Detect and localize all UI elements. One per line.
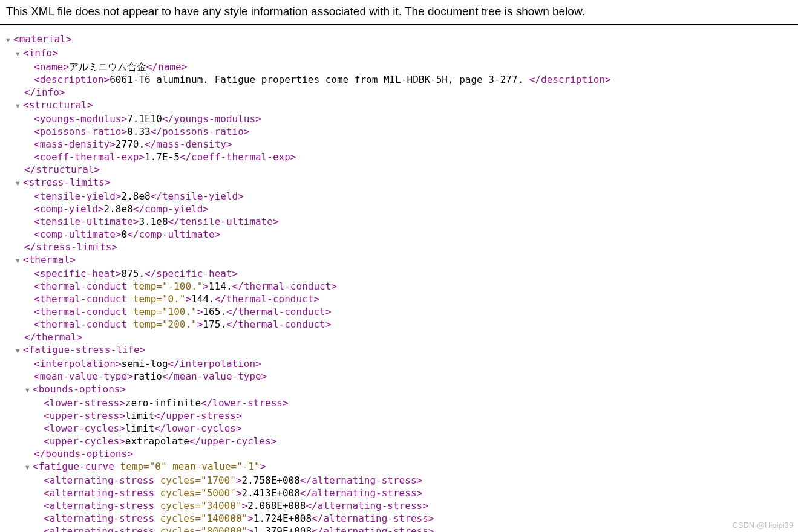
- collapse-arrow-icon[interactable]: ▼: [16, 177, 23, 190]
- xml-tag-open: <poissons-ratio>: [34, 126, 127, 137]
- xml-line: <tensile-yield>2.8e8</tensile-yield>: [25, 190, 792, 203]
- xml-line: <description>6061-T6 aluminum. Fatigue p…: [25, 73, 792, 86]
- xml-line: <interpolation>semi-log</interpolation>: [25, 357, 792, 370]
- collapse-arrow-icon[interactable]: ▼: [25, 384, 33, 397]
- collapse-arrow-icon[interactable]: ▼: [25, 461, 33, 474]
- xml-text: 165.: [203, 306, 226, 317]
- xml-text: 114.: [209, 281, 232, 292]
- xml-tag-open-end: >: [197, 306, 203, 317]
- xml-tag-open: <bounds-options>: [33, 383, 126, 395]
- xml-text: 144.: [191, 293, 215, 305]
- xml-tag-close: </lower-cycles>: [154, 423, 242, 434]
- xml-tag-open: <alternating-stress: [44, 500, 160, 511]
- xml-tag-open: <alternating-stress: [44, 487, 160, 499]
- xml-tag-open: <description>: [34, 74, 110, 85]
- xml-tag-open: <material>: [13, 33, 71, 45]
- xml-text: 2.758E+008: [242, 475, 300, 486]
- xml-line: </structural>: [16, 163, 792, 176]
- xml-line: <specific-heat>875.</specific-heat>: [25, 267, 792, 280]
- collapse-arrow-icon[interactable]: ▼: [16, 100, 23, 112]
- xml-tag-close: </alternating-stress>: [312, 513, 434, 524]
- xml-tree: ▼<material>▼<info><name>アルミニウム合金</name><…: [0, 25, 798, 532]
- collapse-arrow-icon[interactable]: ▼: [16, 48, 23, 60]
- xml-tag-open: </stress-limits>: [24, 241, 117, 253]
- xml-tag-open-end: >: [260, 461, 266, 472]
- xml-no-style-banner: This XML file does not appear to have an…: [0, 0, 798, 25]
- xml-line: <thermal-conduct temp="-100.">114.</ther…: [25, 280, 792, 293]
- xml-line: </info>: [16, 86, 792, 99]
- xml-tag-open: <mass-density>: [34, 138, 116, 150]
- xml-tag-open-end: >: [247, 513, 253, 524]
- xml-tag-open: <comp-yield>: [34, 203, 104, 215]
- xml-tag-open: <thermal>: [23, 254, 76, 265]
- xml-tag-open: </bounds-options>: [34, 448, 133, 459]
- xml-tag-open-end: >: [203, 281, 209, 292]
- xml-tag-open: <alternating-stress: [44, 475, 160, 486]
- watermark: CSDN @Hipipi39: [732, 521, 793, 530]
- xml-attribute: temp="0.": [133, 293, 186, 305]
- xml-tag-open: <interpolation>: [34, 358, 122, 369]
- collapse-arrow-icon[interactable]: ▼: [6, 34, 13, 47]
- xml-tag-close: </thermal-conduct>: [215, 293, 319, 305]
- xml-tag-open: <mean-value-type>: [34, 371, 133, 382]
- collapse-arrow-icon[interactable]: ▼: [16, 345, 23, 357]
- xml-text: 0: [122, 229, 128, 240]
- xml-tag-close: </description>: [529, 74, 611, 85]
- xml-line: <mean-value-type>ratio</mean-value-type>: [25, 370, 792, 383]
- xml-tag-open: </info>: [24, 86, 65, 98]
- xml-tag-open: <alternating-stress: [44, 525, 160, 532]
- xml-line: <alternating-stress cycles="140000">1.72…: [35, 512, 792, 525]
- xml-line: </stress-limits>: [16, 241, 792, 253]
- xml-text: 2.413E+008: [242, 487, 300, 499]
- xml-tag-open: <tensile-ultimate>: [34, 216, 139, 227]
- xml-tag-close: </upper-cycles>: [189, 435, 277, 447]
- xml-line: <alternating-stress cycles="5000">2.413E…: [35, 487, 792, 499]
- xml-tag-close: </tensile-ultimate>: [168, 216, 279, 227]
- xml-line: ▼<structural>: [16, 99, 792, 112]
- xml-tag-close: </name>: [146, 61, 187, 73]
- xml-line: <comp-yield>2.8e8</comp-yield>: [25, 203, 792, 215]
- xml-tag-close: </comp-ultimate>: [127, 229, 220, 240]
- xml-text: 1.7E-5: [145, 151, 180, 163]
- xml-tag-open: <structural>: [23, 99, 93, 111]
- xml-tag-close: </poissons-ratio>: [151, 126, 250, 137]
- xml-tag-close: </alternating-stress>: [300, 475, 422, 486]
- xml-tag-open-end: >: [247, 525, 253, 532]
- xml-attribute: cycles="140000": [160, 513, 248, 524]
- xml-tag-open: <thermal-conduct: [34, 306, 133, 317]
- xml-tag-close: </thermal-conduct>: [232, 281, 337, 292]
- collapse-arrow-icon[interactable]: ▼: [16, 255, 23, 267]
- xml-text: ratio: [133, 371, 162, 382]
- xml-text: 7.1E10: [127, 113, 162, 125]
- xml-tag-open: <upper-cycles>: [44, 435, 125, 447]
- xml-line: <comp-ultimate>0</comp-ultimate>: [25, 228, 792, 241]
- xml-text: アルミニウム合金: [69, 61, 146, 73]
- xml-text: 0.33: [127, 126, 151, 137]
- xml-tag-open: <thermal-conduct: [34, 293, 133, 305]
- xml-text: 875.: [122, 268, 145, 279]
- xml-line: ▼<stress-limits>: [16, 176, 792, 190]
- xml-line: <lower-cycles>limit</lower-cycles>: [35, 422, 792, 435]
- xml-tag-open-end: >: [236, 475, 242, 486]
- xml-text: 1.379E+008: [253, 525, 312, 532]
- xml-tag-open-end: >: [242, 500, 248, 511]
- xml-tag-open: </structural>: [24, 164, 100, 175]
- xml-line: <thermal-conduct temp="200.">175.</therm…: [25, 318, 792, 331]
- xml-text: 2.8e8: [122, 190, 151, 202]
- xml-attribute: cycles="800000": [160, 525, 248, 532]
- xml-line: ▼<info>: [16, 47, 792, 60]
- xml-tag-open: <upper-stress>: [44, 410, 125, 421]
- xml-attribute: temp="200.": [133, 319, 197, 330]
- xml-tag-close: </mass-density>: [145, 138, 232, 150]
- xml-line: <thermal-conduct temp="0.">144.</thermal…: [25, 293, 792, 305]
- xml-line: <tensile-ultimate>3.1e8</tensile-ultimat…: [25, 215, 792, 228]
- xml-line: <upper-stress>limit</upper-stress>: [35, 409, 792, 422]
- xml-line: <mass-density>2770.</mass-density>: [25, 138, 792, 151]
- xml-line: </thermal>: [16, 331, 792, 343]
- xml-text: 2770.: [116, 138, 145, 150]
- xml-tag-open: <coeff-thermal-exp>: [34, 151, 145, 163]
- xml-line: <thermal-conduct temp="100.">165.</therm…: [25, 305, 792, 318]
- xml-text: zero-infinite: [125, 397, 201, 409]
- xml-tag-open: <fatigue-stress-life>: [23, 344, 145, 355]
- xml-tag-open: <thermal-conduct: [34, 281, 133, 292]
